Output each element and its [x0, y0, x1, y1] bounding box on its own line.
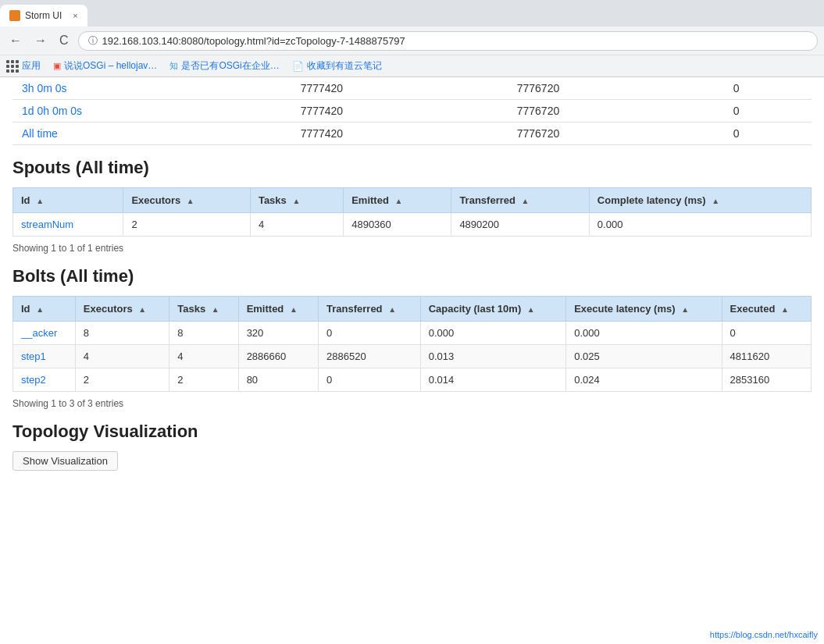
page-content: 3h 0m 0s 7777420 7776720 0 1d 0h 0m 0s 7…	[0, 77, 824, 644]
stats-row: All time 7777420 7776720 0	[12, 123, 812, 145]
spout-complete-latency: 0.000	[589, 213, 811, 237]
stats-row: 3h 0m 0s 7777420 7776720 0	[12, 77, 812, 100]
browser-chrome: Storm UI × ← → C ⓘ 192.168.103.140:8080/…	[0, 0, 824, 77]
bookmark-2-icon: 知	[169, 60, 178, 72]
bolt-executed: 0	[722, 322, 811, 345]
stats-acked: 0	[724, 77, 812, 100]
footer-watermark: https://blog.csdn.net/hxcaifly	[710, 630, 818, 639]
spouts-col-id[interactable]: Id ▲	[13, 188, 123, 213]
url-text: 192.168.103.140:8080/topology.html?id=zc…	[102, 35, 405, 47]
bolt-capacity: 0.000	[420, 322, 565, 345]
stats-transferred: 7776720	[508, 77, 724, 100]
bookmark-apps-label: 应用	[22, 59, 41, 73]
bolt-emitted: 80	[238, 368, 318, 392]
bolt-executors: 4	[75, 345, 169, 368]
bolt-capacity: 0.013	[420, 345, 565, 368]
bookmark-3-icon: 📄	[292, 61, 304, 72]
bolts-col-emitted[interactable]: Emitted ▲	[238, 297, 318, 322]
bolts-row: step2 2 2 80 0 0.014 0.024 2853160	[13, 368, 812, 392]
stats-row: 1d 0h 0m 0s 7777420 7776720 0	[12, 100, 812, 123]
bolt-execute-latency: 0.024	[566, 368, 722, 392]
bolt-transferred: 0	[319, 322, 421, 345]
bolt-executed: 4811620	[722, 345, 811, 368]
bolt-executors: 8	[75, 322, 169, 345]
viz-button[interactable]: Show Visualization	[12, 451, 118, 471]
topology-viz-heading: Topology Visualization	[12, 422, 812, 442]
sort-icon: ▲	[388, 305, 396, 314]
bookmark-1-label: 说说OSGi – hellojav…	[64, 59, 157, 73]
spouts-row: streamNum 2 4 4890360 4890200 0.000	[13, 213, 812, 237]
lock-icon: ⓘ	[88, 34, 98, 48]
bookmark-2-label: 是否已有OSGi在企业…	[181, 59, 279, 73]
sort-icon: ▲	[290, 305, 298, 314]
bolts-col-transferred[interactable]: Transferred ▲	[319, 297, 421, 322]
sort-icon: ▲	[712, 197, 719, 205]
sort-icon: ▲	[187, 197, 194, 205]
bolt-execute-latency: 0.025	[566, 345, 722, 368]
stats-emitted: 7777420	[291, 100, 508, 123]
spouts-col-complete-latency-(ms)[interactable]: Complete latency (ms) ▲	[589, 188, 811, 213]
spouts-table: Id ▲Executors ▲Tasks ▲Emitted ▲Transferr…	[12, 187, 812, 237]
stats-transferred: 7776720	[508, 123, 724, 145]
bolts-col-execute-latency-ms-[interactable]: Execute latency (ms) ▲	[566, 297, 722, 322]
bolt-emitted: 320	[238, 322, 318, 345]
address-bar[interactable]: ⓘ 192.168.103.140:8080/topology.html?id=…	[78, 31, 818, 51]
bolt-tasks: 4	[169, 345, 238, 368]
sort-icon: ▲	[681, 305, 689, 314]
bookmark-3[interactable]: 📄 收藏到有道云笔记	[292, 59, 382, 73]
spouts-col-executors[interactable]: Executors ▲	[123, 188, 251, 213]
stats-time[interactable]: All time	[12, 123, 291, 145]
spout-id[interactable]: streamNum	[13, 213, 123, 237]
bookmark-apps[interactable]: 应用	[6, 59, 41, 73]
sort-icon: ▲	[781, 305, 789, 314]
spouts-heading: Spouts (All time)	[12, 158, 812, 178]
tab-close-button[interactable]: ×	[73, 11, 77, 20]
bolts-col-tasks[interactable]: Tasks ▲	[169, 297, 238, 322]
bolts-col-executed[interactable]: Executed ▲	[722, 297, 811, 322]
bolt-transferred: 0	[319, 368, 421, 392]
bookmark-1[interactable]: ▣ 说说OSGi – hellojav…	[53, 59, 157, 73]
sort-icon: ▲	[395, 197, 403, 205]
bolt-id[interactable]: step1	[13, 345, 76, 368]
bolt-transferred: 2886520	[319, 345, 421, 368]
sort-icon: ▲	[527, 305, 535, 314]
tab-title: Storm UI	[25, 10, 62, 21]
bolt-tasks: 8	[169, 322, 238, 345]
spouts-col-tasks[interactable]: Tasks ▲	[250, 188, 343, 213]
bookmark-1-icon: ▣	[53, 61, 61, 71]
apps-icon	[6, 60, 19, 73]
bolt-capacity: 0.014	[420, 368, 565, 392]
sort-icon: ▲	[292, 197, 300, 205]
sort-icon: ▲	[36, 197, 44, 205]
bolt-tasks: 2	[169, 368, 238, 392]
bookmark-3-label: 收藏到有道云笔记	[307, 59, 382, 73]
bolts-table: Id ▲Executors ▲Tasks ▲Emitted ▲Transferr…	[12, 296, 812, 392]
stats-emitted: 7777420	[291, 123, 508, 145]
bolt-id[interactable]: __acker	[13, 322, 76, 345]
spouts-col-emitted[interactable]: Emitted ▲	[344, 188, 451, 213]
bolt-executed: 2853160	[722, 368, 811, 392]
spouts-col-transferred[interactable]: Transferred ▲	[451, 188, 589, 213]
bolts-col-id[interactable]: Id ▲	[13, 297, 76, 322]
bookmark-2[interactable]: 知 是否已有OSGi在企业…	[169, 59, 279, 73]
bolts-col-executors[interactable]: Executors ▲	[75, 297, 169, 322]
reload-button[interactable]: C	[56, 32, 72, 49]
forward-button[interactable]: →	[31, 32, 50, 49]
bolts-col-capacity-last-10m-[interactable]: Capacity (last 10m) ▲	[420, 297, 565, 322]
bolt-execute-latency: 0.000	[566, 322, 722, 345]
sort-icon: ▲	[36, 305, 44, 314]
spout-tasks: 4	[250, 213, 343, 237]
browser-tab[interactable]: Storm UI ×	[0, 5, 87, 27]
sort-icon: ▲	[138, 305, 146, 314]
spout-executors: 2	[123, 213, 251, 237]
bolts-row: __acker 8 8 320 0 0.000 0.000 0	[13, 322, 812, 345]
stats-time[interactable]: 3h 0m 0s	[12, 77, 291, 100]
tab-bar: Storm UI ×	[0, 0, 824, 27]
storm-icon	[9, 10, 20, 21]
bolts-row: step1 4 4 2886660 2886520 0.013 0.025 48…	[13, 345, 812, 368]
stats-transferred: 7776720	[508, 100, 724, 123]
bolt-emitted: 2886660	[238, 345, 318, 368]
stats-time[interactable]: 1d 0h 0m 0s	[12, 100, 291, 123]
back-button[interactable]: ←	[6, 32, 25, 49]
bolt-id[interactable]: step2	[13, 368, 76, 392]
